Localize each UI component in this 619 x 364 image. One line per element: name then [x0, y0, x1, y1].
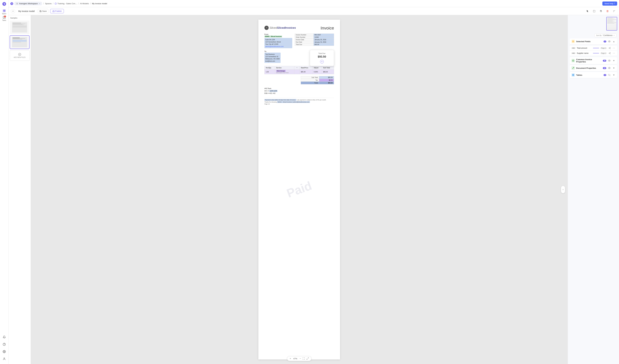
from-label: From:	[264, 34, 292, 35]
training-link[interactable]: Training - Sales Con...	[55, 2, 77, 5]
document-properties-badge: 16	[603, 67, 606, 69]
help-button[interactable]: Need help ?	[602, 1, 617, 6]
sample-thumb-1[interactable]	[10, 21, 29, 34]
zoom-out-button[interactable]: −	[299, 357, 301, 360]
sample-thumb-2[interactable]	[10, 35, 29, 49]
content-area: Samples	[8, 15, 619, 364]
svg-point-30	[610, 47, 611, 48]
tables-eye[interactable]	[607, 73, 611, 77]
field-item-total-amount: ABC Total amount Page 1 ⋯	[570, 46, 617, 51]
sort-options-button[interactable]	[612, 9, 617, 13]
document-properties-chevron[interactable]: ▼	[612, 67, 615, 69]
selected-fields-items: ABC Total amount Page 1 ⋯	[570, 45, 617, 56]
svg-point-7	[4, 351, 4, 352]
svg-rect-3	[3, 11, 4, 12]
common-invoice-chevron[interactable]: ▼	[612, 59, 615, 62]
common-invoice-header[interactable]: Common Invoice Properties 20 ▼	[570, 57, 617, 64]
sidebar-notifications-icon[interactable]	[1, 334, 8, 340]
selected-fields-eye[interactable]	[607, 40, 611, 43]
tables-chevron[interactable]: ▼	[612, 73, 615, 77]
field-type-abc-2: ABC	[571, 52, 576, 54]
sort-dropdown[interactable]: Sort By * Confidence	[594, 34, 617, 37]
field-type-abc-1: ABC	[571, 47, 576, 49]
svg-point-36	[609, 53, 609, 54]
tasks-badge: 6	[4, 15, 6, 17]
common-invoice-eye[interactable]	[607, 59, 611, 62]
svg-point-11	[17, 3, 17, 3]
svg-point-21	[266, 27, 267, 29]
totals-tax: Tax$8.50	[301, 79, 334, 82]
svg-line-33	[609, 48, 610, 49]
fullscreen-button[interactable]	[306, 357, 309, 360]
svg-point-42	[609, 68, 610, 68]
space-label: Space	[2, 13, 6, 14]
common-invoice-badge: 20	[603, 60, 606, 62]
document-properties-eye[interactable]	[607, 66, 611, 70]
common-invoice-section: Common Invoice Properties 20 ▼	[570, 57, 617, 64]
svg-point-12	[17, 4, 17, 4]
from-name: DEMO - Sliced Invoices	[264, 36, 282, 38]
sidebar-tasks-icon[interactable]: 6 Tasks	[1, 15, 8, 22]
tasks-label: Tasks	[2, 19, 6, 21]
bank-bsb: BSB # 4321 432	[264, 92, 334, 95]
sidebar-help-icon[interactable]	[1, 341, 8, 348]
details-row-order-number: Order Number12345	[295, 36, 334, 39]
svg-rect-1	[3, 10, 4, 11]
details-row-due-date: Due DateJanuary 31, 2016	[295, 41, 334, 43]
sidebar-settings-icon[interactable]	[1, 348, 8, 355]
zoom-fit-button[interactable]	[302, 357, 305, 360]
selected-fields-header[interactable]: Selected Fields 2 ▲	[570, 38, 617, 44]
field-name-total-amount: Total amount	[577, 47, 592, 49]
nav-separator-2: /	[53, 2, 53, 5]
svg-rect-27	[572, 41, 573, 42]
sidebar-user-icon[interactable]	[1, 356, 8, 362]
totals-total: Total$93.50	[301, 82, 334, 84]
field-connect-icon-1[interactable]	[608, 47, 611, 50]
selected-fields-chevron[interactable]: ▲	[612, 40, 615, 43]
document-properties-header[interactable]: Document Properties 16 ▼	[570, 65, 617, 71]
hand-tool-button[interactable]	[598, 9, 603, 13]
save-button[interactable]: Save	[38, 9, 48, 13]
svg-point-41	[609, 60, 610, 61]
delete-button[interactable]	[605, 9, 610, 13]
nav-separator-4: /	[90, 2, 91, 5]
logo-icon	[264, 26, 269, 30]
popup-title: Total Due	[313, 53, 331, 54]
selected-fields-badge: 2	[604, 40, 606, 42]
sidebar-space-icon[interactable]: Space	[1, 8, 8, 15]
svg-rect-26	[573, 41, 574, 41]
to-address: Test Business 123 Somewhere St Melbourne…	[264, 53, 281, 63]
selected-fields-title: Selected Fields	[576, 40, 602, 43]
document-properties-title: Document Properties	[576, 67, 602, 69]
model-name[interactable]: My invoice model	[17, 9, 36, 13]
ai-models-link[interactable]: AI-Models	[80, 2, 89, 5]
zenphi-logo	[1, 1, 7, 7]
field-more-icon-1[interactable]: ⋯	[612, 47, 615, 50]
invoice-footer: Payment is due within 30 days from date …	[264, 98, 334, 105]
selection-tool-button[interactable]	[592, 9, 597, 13]
add-files-button[interactable]: ADD NEW FILES	[10, 50, 29, 61]
details-table: Invoice NumberINV-3337 Order Number12345…	[295, 34, 334, 46]
zoom-in-button[interactable]: +	[290, 357, 291, 360]
back-button[interactable]	[11, 9, 15, 13]
svg-rect-25	[572, 41, 573, 41]
items-table-row-1: 1.00 Web DesignDescription text here $85…	[265, 69, 334, 74]
document-thumbnail[interactable]	[606, 17, 617, 30]
selected-fields-icon	[571, 40, 575, 43]
popup-add-button[interactable]: +	[320, 60, 324, 64]
cursor-tool-button[interactable]	[585, 9, 590, 13]
from-email: admin@slicedinvoices.com	[265, 46, 284, 47]
publish-button[interactable]: Publish	[50, 9, 64, 13]
field-name-supplier-name: Supplier name	[577, 52, 592, 54]
invoice-details: Invoice NumberINV-3337 Order Number12345…	[295, 34, 334, 48]
spaces-link[interactable]: Spaces	[45, 2, 52, 5]
field-connect-icon-2[interactable]	[608, 52, 611, 55]
tables-header[interactable]: Tables 3 ▼	[570, 72, 617, 78]
logo-text: SlicedSlicedInvoices	[269, 26, 296, 29]
samples-title: Samples	[10, 17, 29, 19]
field-more-icon-2[interactable]: ⋯	[612, 52, 615, 55]
expand-panel-button[interactable]	[561, 186, 565, 193]
tables-title: Tables	[576, 74, 602, 76]
workspace-button[interactable]: Avengers Workspace	[14, 2, 42, 5]
document-properties-icon	[571, 66, 575, 70]
